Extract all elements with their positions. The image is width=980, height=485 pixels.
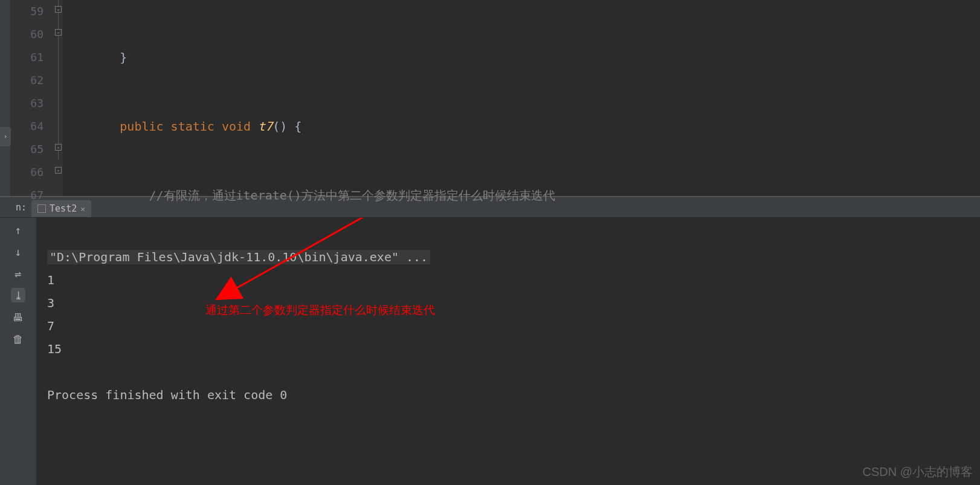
line-number: 61 — [11, 46, 44, 69]
fold-column: - - - - — [54, 0, 63, 196]
code-line[interactable]: public static void t7() { — [69, 115, 980, 138]
console-output[interactable]: "D:\Program Files\Java\jdk-11.0.10\bin\j… — [36, 218, 980, 485]
console-exit: Process finished with exit code 0 — [47, 388, 287, 402]
code-line[interactable]: //有限流，通过iterate()方法中第二个参数判定器指定什么时候结束迭代 — [69, 184, 980, 207]
print-icon[interactable]: 🖶 — [11, 310, 25, 324]
fold-end-icon[interactable]: - — [55, 6, 62, 13]
line-number: 59 — [11, 0, 44, 23]
line-number: 65 — [11, 138, 44, 161]
token-brace: } — [120, 50, 127, 65]
scroll-to-end-icon[interactable]: ⤓ — [11, 288, 25, 302]
annotation-text: 通过第二个参数判定器指定什么时候结束迭代 — [205, 299, 435, 322]
editor-gutter: 59 60 61 62 63 64 65 66 67 — [11, 0, 54, 196]
line-number: 67 — [11, 184, 44, 207]
token-keyword: static — [171, 119, 214, 134]
console-line: 15 — [47, 342, 62, 356]
fold-end-icon[interactable]: - — [55, 144, 62, 151]
console-line: 3 — [47, 296, 54, 310]
scroll-down-icon[interactable]: ↓ — [11, 244, 25, 259]
fold-end-icon[interactable]: - — [55, 167, 62, 174]
fold-start-icon[interactable]: - — [55, 29, 62, 36]
watermark: CSDN @小志的博客 — [862, 464, 973, 480]
trash-icon[interactable]: 🗑 — [11, 331, 25, 346]
run-console: ↑ ↓ ⇌ ⤓ 🖶 🗑 "D:\Program Files\Java\jdk-1… — [0, 218, 980, 485]
soft-wrap-icon[interactable]: ⇌ — [11, 266, 25, 281]
code-area[interactable]: } public static void t7() { //有限流，通过iter… — [63, 0, 980, 196]
token-keyword: public — [120, 119, 163, 134]
token-comment: //有限流，通过iterate()方法中第二个参数判定器指定什么时候结束迭代 — [149, 188, 555, 203]
scroll-up-icon[interactable]: ↑ — [11, 223, 25, 237]
line-number: 63 — [11, 92, 44, 115]
line-number: 62 — [11, 69, 44, 92]
line-number: 64 — [11, 115, 44, 138]
line-number: 60 — [11, 23, 44, 46]
token-keyword: void — [222, 119, 251, 134]
token-method: t7 — [258, 119, 272, 134]
line-number: 66 — [11, 161, 44, 184]
code-line[interactable]: } — [69, 46, 980, 69]
console-command: "D:\Program Files\Java\jdk-11.0.10\bin\j… — [47, 250, 430, 264]
console-line: 1 — [47, 273, 54, 287]
console-line: 7 — [47, 319, 54, 333]
code-editor[interactable]: › 59 60 61 62 63 64 65 66 67 - - - - } p… — [0, 0, 980, 197]
console-toolbar: ↑ ↓ ⇌ ⤓ 🖶 🗑 — [0, 218, 36, 485]
gutter-expand-handle[interactable]: › — [0, 127, 11, 146]
editor-left-rail: › — [0, 0, 11, 196]
token: () { — [272, 119, 301, 134]
